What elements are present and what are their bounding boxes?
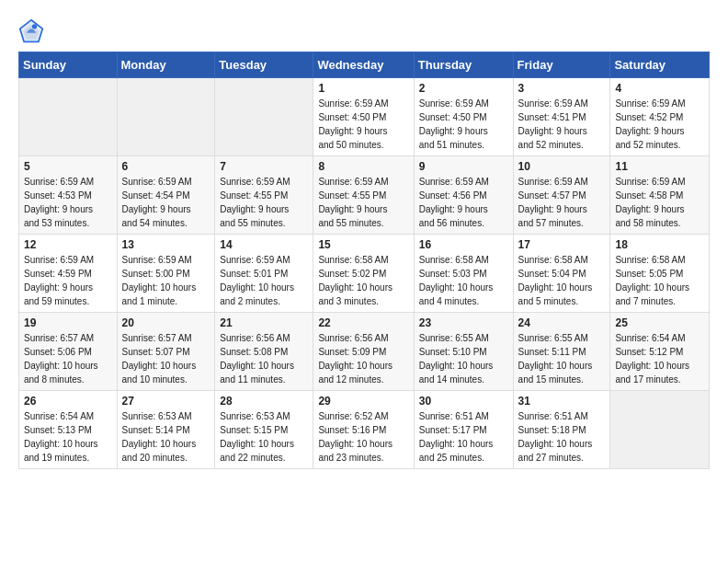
week-row-3: 12Sunrise: 6:59 AM Sunset: 4:59 PM Dayli…: [19, 235, 710, 313]
day-number: 30: [419, 395, 508, 408]
day-number: 12: [24, 238, 112, 251]
day-cell: 3Sunrise: 6:59 AM Sunset: 4:51 PM Daylig…: [513, 78, 610, 156]
day-detail: Sunrise: 6:58 AM Sunset: 5:04 PM Dayligh…: [518, 253, 606, 308]
day-detail: Sunrise: 6:59 AM Sunset: 4:54 PM Dayligh…: [122, 175, 210, 230]
day-number: 26: [24, 395, 112, 408]
day-detail: Sunrise: 6:59 AM Sunset: 4:58 PM Dayligh…: [615, 175, 704, 230]
calendar-table: SundayMondayTuesdayWednesdayThursdayFrid…: [18, 52, 710, 469]
day-cell: 4Sunrise: 6:59 AM Sunset: 4:52 PM Daylig…: [610, 78, 710, 156]
day-cell: 31Sunrise: 6:51 AM Sunset: 5:18 PM Dayli…: [513, 391, 610, 469]
day-number: 8: [318, 160, 408, 173]
day-number: 18: [615, 238, 704, 251]
day-detail: Sunrise: 6:52 AM Sunset: 5:16 PM Dayligh…: [318, 409, 408, 465]
day-detail: Sunrise: 6:56 AM Sunset: 5:09 PM Dayligh…: [318, 331, 408, 386]
day-detail: Sunrise: 6:53 AM Sunset: 5:15 PM Dayligh…: [220, 409, 308, 465]
day-number: 3: [518, 82, 606, 95]
day-cell: 22Sunrise: 6:56 AM Sunset: 5:09 PM Dayli…: [313, 313, 414, 391]
day-number: 20: [122, 316, 210, 329]
day-detail: Sunrise: 6:59 AM Sunset: 4:53 PM Dayligh…: [24, 175, 112, 230]
day-detail: Sunrise: 6:59 AM Sunset: 4:51 PM Dayligh…: [518, 97, 606, 152]
weekday-header-sunday: Sunday: [19, 52, 118, 78]
day-number: 22: [318, 316, 408, 329]
day-number: 10: [518, 160, 606, 173]
day-cell: [610, 391, 710, 469]
day-detail: Sunrise: 6:54 AM Sunset: 5:12 PM Dayligh…: [615, 331, 704, 386]
day-cell: 18Sunrise: 6:58 AM Sunset: 5:05 PM Dayli…: [610, 235, 710, 313]
day-cell: 12Sunrise: 6:59 AM Sunset: 4:59 PM Dayli…: [19, 235, 118, 313]
day-number: 23: [419, 316, 508, 329]
day-number: 16: [419, 238, 508, 251]
day-number: 13: [122, 238, 210, 251]
day-detail: Sunrise: 6:59 AM Sunset: 5:01 PM Dayligh…: [220, 253, 308, 308]
day-cell: 9Sunrise: 6:59 AM Sunset: 4:56 PM Daylig…: [414, 156, 513, 235]
day-detail: Sunrise: 6:57 AM Sunset: 5:07 PM Dayligh…: [122, 331, 210, 386]
day-detail: Sunrise: 6:58 AM Sunset: 5:05 PM Dayligh…: [615, 253, 704, 308]
day-cell: 30Sunrise: 6:51 AM Sunset: 5:17 PM Dayli…: [414, 391, 513, 469]
day-cell: 28Sunrise: 6:53 AM Sunset: 5:15 PM Dayli…: [215, 391, 313, 469]
day-cell: 11Sunrise: 6:59 AM Sunset: 4:58 PM Dayli…: [610, 156, 710, 235]
day-detail: Sunrise: 6:59 AM Sunset: 4:57 PM Dayligh…: [518, 175, 606, 230]
day-cell: [19, 78, 118, 156]
day-detail: Sunrise: 6:59 AM Sunset: 4:55 PM Dayligh…: [318, 175, 408, 230]
day-number: 14: [220, 238, 308, 251]
week-row-5: 26Sunrise: 6:54 AM Sunset: 5:13 PM Dayli…: [19, 391, 710, 469]
day-detail: Sunrise: 6:59 AM Sunset: 4:50 PM Dayligh…: [318, 97, 408, 152]
day-cell: 21Sunrise: 6:56 AM Sunset: 5:08 PM Dayli…: [215, 313, 313, 391]
day-number: 4: [615, 82, 704, 95]
day-cell: 1Sunrise: 6:59 AM Sunset: 4:50 PM Daylig…: [313, 78, 414, 156]
weekday-header-row: SundayMondayTuesdayWednesdayThursdayFrid…: [19, 52, 710, 78]
day-cell: 14Sunrise: 6:59 AM Sunset: 5:01 PM Dayli…: [215, 235, 313, 313]
day-number: 31: [518, 395, 606, 408]
weekday-header-saturday: Saturday: [610, 52, 710, 78]
day-detail: Sunrise: 6:58 AM Sunset: 5:03 PM Dayligh…: [419, 253, 508, 308]
week-row-1: 1Sunrise: 6:59 AM Sunset: 4:50 PM Daylig…: [19, 78, 710, 156]
calendar-container: SundayMondayTuesdayWednesdayThursdayFrid…: [0, 0, 728, 484]
day-cell: 29Sunrise: 6:52 AM Sunset: 5:16 PM Dayli…: [313, 391, 414, 469]
day-cell: 7Sunrise: 6:59 AM Sunset: 4:55 PM Daylig…: [215, 156, 313, 235]
day-cell: 19Sunrise: 6:57 AM Sunset: 5:06 PM Dayli…: [19, 313, 118, 391]
day-cell: 20Sunrise: 6:57 AM Sunset: 5:07 PM Dayli…: [117, 313, 215, 391]
day-cell: [215, 78, 313, 156]
day-number: 21: [220, 316, 308, 329]
day-detail: Sunrise: 6:59 AM Sunset: 4:59 PM Dayligh…: [24, 253, 112, 308]
day-cell: [117, 78, 215, 156]
logo-icon: [18, 18, 44, 44]
day-number: 1: [318, 82, 408, 95]
weekday-header-thursday: Thursday: [414, 52, 513, 78]
day-number: 7: [220, 160, 308, 173]
day-cell: 5Sunrise: 6:59 AM Sunset: 4:53 PM Daylig…: [19, 156, 118, 235]
day-number: 17: [518, 238, 606, 251]
day-number: 2: [419, 82, 508, 95]
day-detail: Sunrise: 6:59 AM Sunset: 4:50 PM Dayligh…: [419, 97, 508, 152]
day-detail: Sunrise: 6:59 AM Sunset: 4:56 PM Dayligh…: [419, 175, 508, 230]
day-detail: Sunrise: 6:57 AM Sunset: 5:06 PM Dayligh…: [24, 331, 112, 386]
day-detail: Sunrise: 6:55 AM Sunset: 5:11 PM Dayligh…: [518, 331, 606, 386]
day-number: 15: [318, 238, 408, 251]
day-detail: Sunrise: 6:56 AM Sunset: 5:08 PM Dayligh…: [220, 331, 308, 386]
day-detail: Sunrise: 6:59 AM Sunset: 4:52 PM Dayligh…: [615, 97, 704, 152]
day-detail: Sunrise: 6:51 AM Sunset: 5:18 PM Dayligh…: [518, 409, 606, 465]
day-cell: 10Sunrise: 6:59 AM Sunset: 4:57 PM Dayli…: [513, 156, 610, 235]
day-number: 24: [518, 316, 606, 329]
day-cell: 15Sunrise: 6:58 AM Sunset: 5:02 PM Dayli…: [313, 235, 414, 313]
svg-point-3: [32, 24, 37, 29]
day-cell: 13Sunrise: 6:59 AM Sunset: 5:00 PM Dayli…: [117, 235, 215, 313]
day-number: 9: [419, 160, 508, 173]
day-cell: 2Sunrise: 6:59 AM Sunset: 4:50 PM Daylig…: [414, 78, 513, 156]
day-detail: Sunrise: 6:55 AM Sunset: 5:10 PM Dayligh…: [419, 331, 508, 386]
week-row-2: 5Sunrise: 6:59 AM Sunset: 4:53 PM Daylig…: [19, 156, 710, 235]
day-cell: 16Sunrise: 6:58 AM Sunset: 5:03 PM Dayli…: [414, 235, 513, 313]
day-number: 29: [318, 395, 408, 408]
day-cell: 17Sunrise: 6:58 AM Sunset: 5:04 PM Dayli…: [513, 235, 610, 313]
day-number: 19: [24, 316, 112, 329]
day-number: 6: [122, 160, 210, 173]
day-detail: Sunrise: 6:54 AM Sunset: 5:13 PM Dayligh…: [24, 409, 112, 465]
day-number: 27: [122, 395, 210, 408]
day-detail: Sunrise: 6:53 AM Sunset: 5:14 PM Dayligh…: [122, 409, 210, 465]
day-detail: Sunrise: 6:58 AM Sunset: 5:02 PM Dayligh…: [318, 253, 408, 308]
logo: [18, 18, 48, 44]
day-detail: Sunrise: 6:59 AM Sunset: 4:55 PM Dayligh…: [220, 175, 308, 230]
weekday-header-tuesday: Tuesday: [215, 52, 313, 78]
weekday-header-friday: Friday: [513, 52, 610, 78]
week-row-4: 19Sunrise: 6:57 AM Sunset: 5:06 PM Dayli…: [19, 313, 710, 391]
